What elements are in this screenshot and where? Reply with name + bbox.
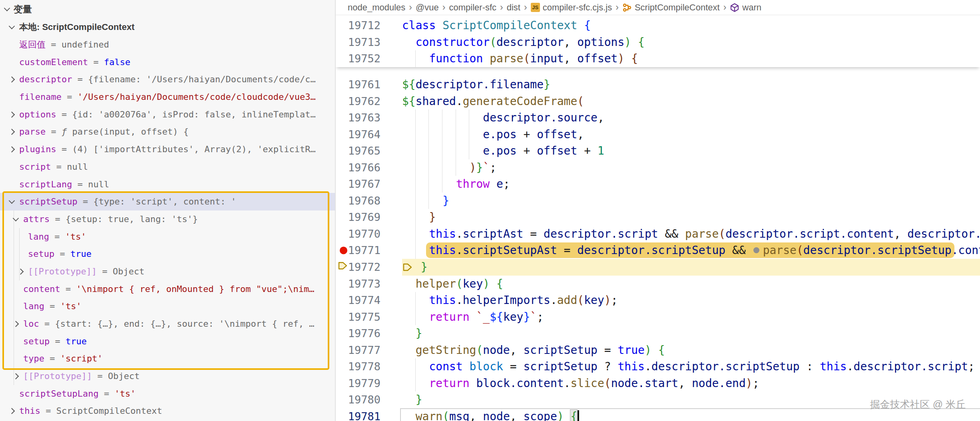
gutter[interactable]: 19775 (336, 309, 400, 326)
chevron-right-icon[interactable] (9, 408, 15, 415)
chevron-right-icon[interactable] (18, 268, 24, 275)
code-line-19765[interactable]: 19765e.pos + offset + 1 (336, 143, 980, 159)
variable-row-plugins[interactable]: plugins = (4) ['importAttributes', Array… (0, 141, 335, 158)
code-line-19762[interactable]: 19762${shared.generateCodeFrame( (336, 93, 980, 110)
chevron-right-icon[interactable] (9, 111, 15, 118)
code-line-19712[interactable]: 19712class ScriptCompileContext { (336, 17, 980, 34)
variable-row-content[interactable]: content = '\nimport { ref, onMounted } f… (0, 280, 335, 298)
code-token: shared (416, 95, 456, 108)
gutter[interactable]: 19762 (336, 93, 400, 110)
chevron-down-icon[interactable] (4, 5, 10, 12)
gutter[interactable]: 19763 (336, 109, 400, 126)
variable-row-type[interactable]: type = 'script' (0, 350, 335, 367)
gutter[interactable]: 19774 (336, 292, 400, 309)
variable-row-lang[interactable]: lang = 'ts' (0, 298, 335, 315)
code-token: e.pos (483, 144, 516, 157)
variable-value: false (104, 57, 130, 67)
variable-row-prototype[interactable]: [[Prototype]] = Object (0, 263, 335, 280)
variable-row-loc[interactable]: loc = {start: {…}, end: {…}, source: '\n… (0, 315, 335, 333)
breadcrumb-item-warn[interactable]: warn (730, 2, 761, 13)
gutter[interactable]: 19776 (336, 325, 400, 342)
variable-row-this[interactable]: this = ScriptCompileContext (0, 402, 335, 420)
gutter[interactable]: 19770 (336, 226, 400, 242)
variables-panel-header[interactable]: 变量 (0, 0, 335, 18)
code-line-19763[interactable]: 19763descriptor.source, (336, 109, 980, 126)
code-line-19767[interactable]: 19767throw e; (336, 176, 980, 193)
code-line-19774[interactable]: 19774this.helperImports.add(key); (336, 292, 980, 309)
variable-row-filename[interactable]: filename = '/Users/haiyan/Documents/code… (0, 88, 335, 106)
gutter[interactable]: 19778 (336, 358, 400, 375)
scope-row-local[interactable]: 本地: ScriptCompileContext (0, 18, 335, 36)
code-token: throw (456, 177, 490, 191)
variable-row-script[interactable]: script = null (0, 158, 335, 176)
code-line-19771[interactable]: 19771this.scriptSetupAst = descriptor.sc… (336, 242, 980, 259)
inline-breakpoint-icon[interactable] (753, 247, 759, 253)
code-line-19761[interactable]: 19761${descriptor.filename} (336, 76, 980, 93)
code-line-19766[interactable]: 19766)}`; (336, 159, 980, 176)
chevron-right-icon[interactable] (9, 146, 15, 153)
gutter[interactable]: 19761 (336, 76, 400, 93)
breadcrumb-item-node-modules[interactable]: node_modules (348, 2, 405, 13)
chevron-right-icon[interactable] (9, 76, 15, 83)
variable-row-scriptsetuplang[interactable]: scriptSetupLang = 'ts' (0, 385, 335, 403)
variable-row-setup[interactable]: setup = true (0, 245, 335, 263)
gutter[interactable]: 19777 (336, 342, 400, 359)
code-token: { (638, 36, 645, 49)
breadcrumb-item-compiler-sfc[interactable]: compiler-sfc (449, 2, 497, 13)
gutter[interactable]: 19773 (336, 276, 400, 292)
gutter[interactable]: 19780 (336, 391, 400, 408)
js-file-icon: JS (531, 3, 540, 12)
variable-row-scriptsetup[interactable]: scriptSetup = {type: 'script', content: … (0, 193, 335, 210)
variable-row-options[interactable]: options = {id: 'a002076a', isProd: false… (0, 106, 335, 123)
gutter[interactable]: 19769 (336, 209, 400, 226)
code-line-19773[interactable]: 19773helper(key) { (336, 276, 980, 292)
code-line-19776[interactable]: 19776} (336, 325, 980, 342)
code-line-19752[interactable]: 19752function parse(input, offset) { (336, 50, 980, 67)
chevron-down-icon[interactable] (9, 23, 15, 30)
gutter[interactable]: 19765 (336, 143, 400, 159)
variable-row-[interactable]: 返回值 = undefined (0, 36, 335, 54)
code-line-19772[interactable]: 19772 } (336, 259, 980, 276)
variable-row-setup[interactable]: setup = true (0, 333, 335, 350)
gutter[interactable]: 19752 (336, 50, 400, 67)
chevron-down-icon[interactable] (9, 198, 15, 204)
gutter[interactable]: 19712 (336, 17, 400, 34)
variable-value: true (70, 249, 92, 259)
variable-row-lang[interactable]: lang = 'ts' (0, 228, 335, 246)
gutter[interactable]: 19766 (336, 159, 400, 176)
variable-row-descriptor[interactable]: descriptor = {filename: '/Users/haiyan/D… (0, 71, 335, 88)
gutter[interactable]: 19768 (336, 193, 400, 209)
gutter[interactable]: 19713 (336, 34, 400, 51)
gutter[interactable]: 19779 (336, 375, 400, 392)
gutter[interactable]: 19764 (336, 126, 400, 143)
variable-row-customelement[interactable]: customElement = false (0, 54, 335, 71)
code-line-19769[interactable]: 19769} (336, 209, 980, 226)
code-line-19779[interactable]: 19779return block.content.slice(node.sta… (336, 375, 980, 392)
variable-row-parse[interactable]: parse = ƒ parse(input, offset) { (0, 123, 335, 141)
line-content: function parse(input, offset) { (402, 50, 638, 67)
breadcrumb-item-dist[interactable]: dist (507, 2, 520, 13)
code-token: block.content (476, 377, 564, 390)
code-token: + (517, 128, 537, 141)
code-line-19713[interactable]: 19713constructor(descriptor, options) { (336, 34, 980, 51)
equals-sign: = (72, 74, 88, 84)
variable-row-attrs[interactable]: attrs = {setup: true, lang: 'ts'} (0, 210, 335, 228)
gutter[interactable]: 19772 (336, 259, 400, 276)
code-line-19777[interactable]: 19777getString(node, scriptSetup = true)… (336, 342, 980, 359)
gutter[interactable]: 19767 (336, 176, 400, 193)
code-line-19764[interactable]: 19764e.pos + offset, (336, 126, 980, 143)
code-line-19770[interactable]: 19770this.scriptAst = descriptor.script … (336, 226, 980, 242)
equals-sign: = (40, 406, 56, 416)
chevron-right-icon[interactable] (9, 129, 15, 135)
code-line-19768[interactable]: 19768} (336, 193, 980, 209)
breadcrumb-item--vue[interactable]: @vue (416, 2, 439, 13)
code-token (624, 52, 631, 65)
breadcrumb-item-compiler-sfc-cjs-js[interactable]: JScompiler-sfc.cjs.js (531, 2, 612, 13)
code-line-19775[interactable]: 19775return `_${key}`; (336, 309, 980, 326)
breadcrumb-item-scriptcompilecontext[interactable]: ScriptCompileContext (622, 2, 720, 13)
variable-row-prototype[interactable]: [[Prototype]] = Object (0, 367, 335, 385)
gutter[interactable]: 19771 (336, 242, 400, 259)
gutter[interactable]: 19781 (336, 408, 400, 421)
code-line-19778[interactable]: 19778const block = scriptSetup ? this.de… (336, 358, 980, 375)
variable-row-scriptlang[interactable]: scriptLang = null (0, 176, 335, 193)
